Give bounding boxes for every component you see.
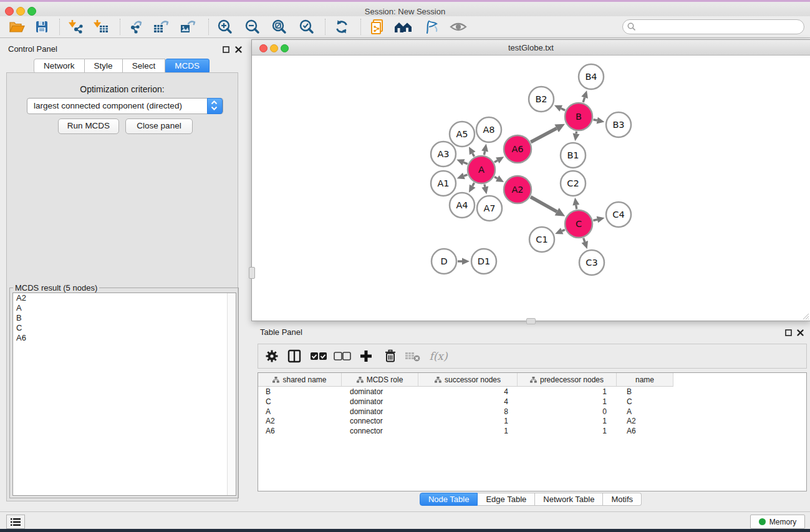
task-history-button[interactable] bbox=[6, 515, 25, 529]
graph-node-label: C4 bbox=[612, 210, 624, 220]
table-toolbar: f(x) bbox=[258, 344, 807, 369]
tab-network[interactable]: Network bbox=[34, 59, 85, 74]
window-resize-grip[interactable] bbox=[801, 312, 809, 320]
column-header-predecessor-nodes[interactable]: predecessor nodes bbox=[518, 373, 617, 387]
tab-select[interactable]: Select bbox=[123, 59, 166, 74]
tab-mcds[interactable]: MCDS bbox=[165, 59, 210, 74]
edge-A6-B[interactable] bbox=[531, 128, 556, 142]
zoom-in-icon[interactable] bbox=[213, 17, 237, 37]
network-overview-icon[interactable] bbox=[365, 17, 389, 37]
hierarchy-icon bbox=[435, 377, 441, 383]
table-settings-gear-icon[interactable] bbox=[261, 346, 282, 366]
edge-C-C3[interactable] bbox=[584, 238, 585, 242]
table-panel-close-icon[interactable] bbox=[796, 328, 804, 337]
mcds-result-item[interactable]: C bbox=[13, 323, 236, 333]
graph-node-label: A6 bbox=[511, 144, 523, 154]
edge-A-A2[interactable] bbox=[494, 177, 498, 179]
table-row[interactable]: Bdominator41B bbox=[258, 387, 806, 397]
add-column-icon[interactable] bbox=[355, 346, 377, 366]
zoom-selected-icon[interactable] bbox=[295, 17, 319, 37]
edge-A2-C[interactable] bbox=[531, 197, 557, 212]
save-session-icon[interactable] bbox=[30, 17, 54, 37]
export-table-icon[interactable] bbox=[150, 17, 173, 37]
optimization-criterion-select[interactable]: largest connected component (directed) bbox=[27, 98, 223, 114]
hierarchy-icon bbox=[530, 377, 537, 383]
mcds-result-item[interactable]: A6 bbox=[13, 333, 236, 343]
table-row[interactable]: A2connector11A2 bbox=[258, 417, 806, 427]
search-icon bbox=[627, 22, 636, 31]
edge-C-C2[interactable] bbox=[576, 205, 577, 210]
refresh-icon[interactable] bbox=[330, 17, 354, 37]
mcds-result-item[interactable]: A bbox=[13, 303, 236, 313]
search-input[interactable] bbox=[639, 21, 801, 33]
open-session-icon[interactable] bbox=[5, 17, 29, 37]
deselect-all-rows-icon[interactable] bbox=[332, 346, 353, 366]
table-cell: 4 bbox=[417, 387, 516, 397]
table-cell: dominator bbox=[341, 407, 417, 417]
panel-splitter-handle[interactable] bbox=[526, 318, 536, 324]
edge-A-A6[interactable] bbox=[494, 160, 498, 162]
tab-network-table[interactable]: Network Table bbox=[535, 493, 603, 506]
graph-node-label: B3 bbox=[612, 120, 624, 130]
tab-node-table[interactable]: Node Table bbox=[420, 493, 478, 506]
delete-columns-trash-icon[interactable] bbox=[380, 346, 401, 366]
edge-A-A3[interactable] bbox=[463, 162, 467, 164]
column-visibility-icon[interactable] bbox=[284, 346, 305, 366]
function-builder-icon[interactable]: f(x) bbox=[425, 346, 451, 366]
import-table-icon[interactable] bbox=[89, 17, 113, 37]
column-header-shared-name[interactable]: shared name bbox=[258, 373, 342, 387]
edge-B-B1[interactable] bbox=[576, 132, 577, 134]
run-mcds-button[interactable]: Run MCDS bbox=[58, 118, 119, 134]
control-panel-close-icon[interactable] bbox=[234, 45, 243, 54]
table-panel-float-icon[interactable] bbox=[784, 328, 793, 337]
edge-B-B4[interactable] bbox=[583, 97, 584, 102]
tab-motifs[interactable]: Motifs bbox=[603, 493, 642, 506]
edge-B-B2[interactable] bbox=[561, 109, 566, 110]
scrollbar[interactable] bbox=[227, 293, 236, 495]
panel-splitter-handle[interactable] bbox=[249, 267, 255, 279]
mcds-result-item[interactable]: A2 bbox=[13, 293, 236, 303]
network-window-title: testGlobe.txt bbox=[252, 43, 810, 52]
table-row[interactable]: A6connector11A6 bbox=[258, 427, 806, 437]
delete-table-icon[interactable] bbox=[402, 346, 423, 366]
node-table[interactable]: shared nameMCDS rolesuccessor nodesprede… bbox=[258, 372, 807, 491]
mcds-result-list[interactable]: A2ABCA6 bbox=[12, 293, 236, 496]
column-header-name[interactable]: name bbox=[617, 373, 673, 387]
edge-A-A8[interactable] bbox=[484, 151, 485, 155]
export-network-icon[interactable] bbox=[125, 17, 148, 37]
tab-edge-table[interactable]: Edge Table bbox=[478, 493, 535, 506]
edge-A-A4[interactable] bbox=[473, 183, 475, 186]
table-cell: 1 bbox=[516, 427, 614, 437]
column-header-successor-nodes[interactable]: successor nodes bbox=[418, 373, 518, 387]
memory-button[interactable]: Memory bbox=[750, 515, 805, 529]
tab-style[interactable]: Style bbox=[85, 59, 123, 74]
home-icon[interactable] bbox=[392, 17, 415, 37]
edge-C-C1[interactable] bbox=[562, 230, 565, 231]
select-all-rows-icon[interactable] bbox=[308, 346, 329, 366]
network-graph-canvas[interactable]: B4B2BB3A8A5A6A3B1AA1C2A2A4A7C4CC1C3DD1 bbox=[252, 56, 809, 319]
graphics-details-icon[interactable] bbox=[419, 17, 443, 37]
export-image-icon[interactable] bbox=[176, 17, 200, 37]
import-network-icon[interactable] bbox=[64, 17, 88, 37]
table-cell: 0 bbox=[516, 407, 614, 417]
table-row[interactable]: Adominator80A bbox=[258, 407, 806, 417]
edge-A-A7[interactable] bbox=[485, 184, 485, 186]
zoom-out-icon[interactable] bbox=[241, 17, 264, 37]
table-cell: connector bbox=[341, 427, 417, 437]
control-panel-float-icon[interactable] bbox=[221, 45, 230, 54]
edge-C-C4[interactable] bbox=[593, 220, 597, 221]
mcds-result-item[interactable]: B bbox=[13, 313, 236, 323]
close-panel-button[interactable]: Close panel bbox=[125, 118, 193, 134]
table-row[interactable]: Cdominator41C bbox=[258, 397, 806, 407]
graph-node-label: A8 bbox=[483, 125, 494, 135]
toolbar-separator bbox=[120, 19, 120, 35]
zoom-fit-icon[interactable] bbox=[268, 17, 291, 37]
edge-A-A5[interactable] bbox=[473, 153, 475, 157]
edge-B-B3[interactable] bbox=[594, 120, 597, 120]
eye-icon[interactable] bbox=[446, 17, 470, 37]
column-header-mcds-role[interactable]: MCDS role bbox=[342, 373, 418, 387]
table-cell: A2 bbox=[258, 417, 341, 427]
network-window-titlebar[interactable]: testGlobe.txt bbox=[252, 40, 810, 56]
edge-arrowhead bbox=[481, 144, 488, 152]
edge-A-A1[interactable] bbox=[464, 175, 467, 176]
